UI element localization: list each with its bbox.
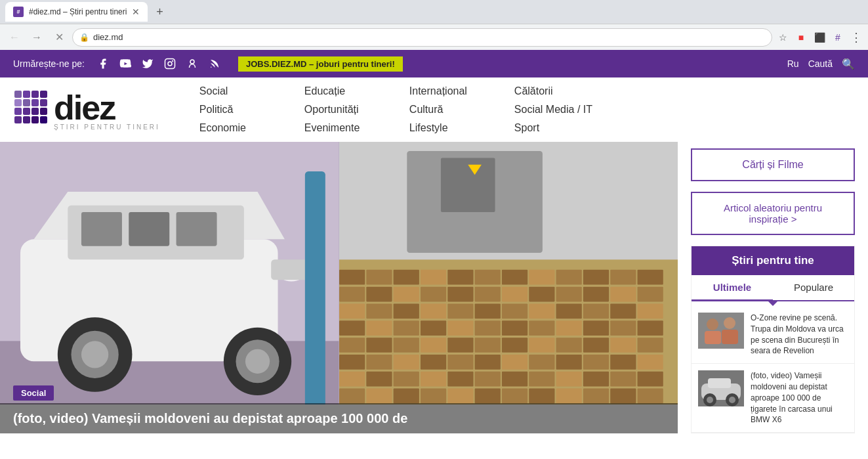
browser-chrome: # #diez.md – Știri pentru tineri ✕ + ← →… xyxy=(0,0,868,50)
svg-rect-0 xyxy=(165,59,175,69)
tab-populare[interactable]: Populare xyxy=(773,275,854,300)
nav-oportunitati[interactable]: Oportunități xyxy=(304,102,409,117)
svg-rect-112 xyxy=(556,355,581,370)
svg-rect-107 xyxy=(420,355,445,370)
forward-button[interactable]: → xyxy=(28,28,46,47)
tab-close-button[interactable]: ✕ xyxy=(132,7,140,17)
nav-international[interactable]: Internațional xyxy=(409,84,514,98)
ok-icon[interactable] xyxy=(184,56,200,72)
svg-rect-116 xyxy=(339,372,365,387)
svg-rect-138 xyxy=(610,389,636,404)
search-icon[interactable]: 🔍 xyxy=(842,58,855,70)
diez-icon[interactable]: # xyxy=(831,31,844,44)
svg-rect-111 xyxy=(529,355,554,370)
svg-rect-8 xyxy=(40,91,47,98)
featured-image xyxy=(0,142,678,404)
svg-rect-117 xyxy=(366,372,392,387)
svg-rect-27 xyxy=(129,212,169,246)
logo-area[interactable]: diez ȘTIRI PENTRU TINERI xyxy=(13,89,160,131)
search-label[interactable]: Caută xyxy=(808,58,833,69)
articol-aleatoriu-button[interactable]: Articol aleatoriu pentru inspirație > xyxy=(691,192,855,235)
nav-social[interactable]: Social xyxy=(199,84,304,98)
svg-rect-134 xyxy=(501,389,527,404)
carti-filme-button[interactable]: Cărți și Filme xyxy=(691,148,855,181)
svg-point-141 xyxy=(707,318,718,330)
nav-evenimente[interactable]: Evenimente xyxy=(304,121,409,135)
rss-icon[interactable]: ■ xyxy=(795,31,808,44)
address-text: diez.md xyxy=(93,32,123,42)
svg-rect-122 xyxy=(501,372,527,387)
main-content: Social (foto, video) Vameșii moldoveni a… xyxy=(0,142,868,440)
svg-rect-123 xyxy=(529,372,554,387)
svg-rect-18 xyxy=(23,116,30,123)
svg-rect-106 xyxy=(393,355,419,370)
bookmark-star-icon[interactable]: ☆ xyxy=(776,31,789,44)
nav-economie[interactable]: Economie xyxy=(199,121,304,135)
tab-bar: # #diez.md – Știri pentru tineri ✕ + xyxy=(0,0,868,24)
svg-rect-59 xyxy=(420,287,445,302)
active-tab[interactable]: # #diez.md – Știri pentru tineri ✕ xyxy=(5,2,148,22)
featured-article[interactable]: Social (foto, video) Vameșii moldoveni a… xyxy=(0,142,678,440)
svg-rect-45 xyxy=(366,270,392,285)
sidebar: Cărți și Filme Articol aleatoriu pentru … xyxy=(678,142,868,440)
nav-social-media[interactable]: Social Media / IT xyxy=(514,102,619,117)
svg-rect-28 xyxy=(176,212,217,246)
instagram-icon[interactable] xyxy=(162,56,178,72)
svg-rect-58 xyxy=(393,287,419,302)
nav-educatie[interactable]: Educație xyxy=(304,84,409,98)
svg-rect-10 xyxy=(23,99,30,106)
nav-politica[interactable]: Politică xyxy=(199,102,304,117)
jobs-banner[interactable]: JOBS.DIEZ.MD – joburi pentru tineri! xyxy=(238,56,403,72)
top-bar: Urmărește-ne pe: JOBS.DIEZ.MD – joburi p… xyxy=(0,50,868,77)
nav-cultura[interactable]: Cultură xyxy=(409,102,514,117)
rss-feed-icon[interactable] xyxy=(207,56,222,72)
svg-rect-131 xyxy=(420,389,445,404)
svg-rect-64 xyxy=(556,287,581,302)
svg-rect-50 xyxy=(501,270,527,285)
address-bar[interactable]: 🔒 diez.md xyxy=(72,28,772,47)
svg-rect-56 xyxy=(339,287,365,302)
svg-rect-53 xyxy=(583,270,608,285)
svg-rect-115 xyxy=(637,355,663,370)
svg-rect-100 xyxy=(556,338,581,353)
reload-button[interactable]: ✕ xyxy=(50,28,68,47)
svg-rect-74 xyxy=(501,303,527,318)
svg-rect-69 xyxy=(366,303,392,318)
news-item-2[interactable]: (foto, video) Vameșii moldoveni au depis… xyxy=(692,364,854,433)
svg-rect-125 xyxy=(583,372,608,387)
svg-rect-7 xyxy=(31,91,39,98)
news-thumb-1 xyxy=(698,313,744,349)
news-item-1[interactable]: O-Zone revine pe scenă. Trupa din Moldov… xyxy=(692,306,854,364)
svg-rect-81 xyxy=(366,320,392,336)
language-switcher[interactable]: Ru xyxy=(787,58,799,69)
top-bar-right: Ru Caută 🔍 xyxy=(787,58,855,70)
svg-rect-129 xyxy=(366,389,392,404)
svg-rect-37 xyxy=(305,171,325,404)
svg-rect-96 xyxy=(447,338,473,353)
tab-ultimele[interactable]: Ultimele xyxy=(692,275,773,301)
new-tab-button[interactable]: + xyxy=(150,3,169,21)
twitter-icon[interactable] xyxy=(140,56,155,72)
extensions-icon[interactable]: ⬛ xyxy=(813,31,826,44)
svg-rect-26 xyxy=(81,212,122,246)
svg-point-2 xyxy=(172,60,173,62)
stiri-box: Știri pentru tine Ultimele Populare xyxy=(691,246,855,433)
svg-rect-97 xyxy=(474,338,500,353)
follow-label: Urmărește-ne pe: xyxy=(13,58,85,69)
svg-rect-151 xyxy=(708,378,731,388)
social-icons xyxy=(95,56,222,72)
nav-lifestyle[interactable]: Lifestyle xyxy=(409,121,514,135)
svg-rect-91 xyxy=(637,320,663,336)
svg-rect-76 xyxy=(556,303,581,318)
nav-sport[interactable]: Sport xyxy=(514,121,619,135)
svg-rect-136 xyxy=(556,389,581,404)
back-button[interactable]: ← xyxy=(5,28,24,47)
menu-dots-icon[interactable]: ⋮ xyxy=(850,31,863,44)
facebook-icon[interactable] xyxy=(95,56,111,72)
nav-col-3: Internațional Cultură Lifestyle xyxy=(409,84,514,135)
nav-calatorii[interactable]: Călătorii xyxy=(514,84,619,98)
news-title-2: (foto, video) Vameșii moldoveni au depis… xyxy=(751,370,848,426)
svg-rect-104 xyxy=(339,355,365,370)
svg-rect-114 xyxy=(610,355,636,370)
youtube-icon[interactable] xyxy=(117,56,133,72)
